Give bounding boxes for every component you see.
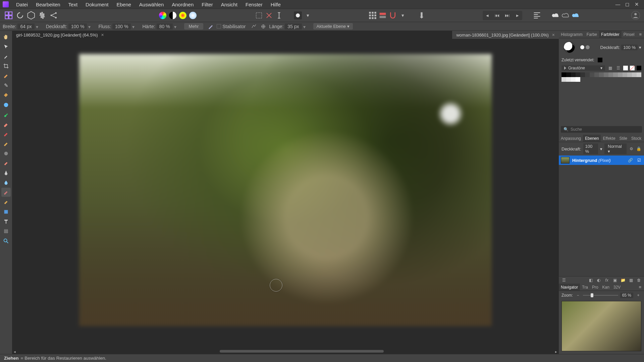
- more-button[interactable]: Mehr: [184, 23, 204, 29]
- dropdown-icon[interactable]: ▾: [36, 24, 41, 29]
- minimize-button[interactable]: —: [613, 1, 623, 8]
- dodge-tool[interactable]: [1, 139, 11, 148]
- pen-extra-tool[interactable]: ✎: [1, 81, 11, 90]
- clone-tool[interactable]: [1, 129, 11, 138]
- erase-tool[interactable]: [1, 120, 11, 129]
- waveform-icon[interactable]: [38, 11, 47, 20]
- dropdown-icon[interactable]: ▾: [132, 24, 137, 29]
- scroll-right-icon[interactable]: ▸: [553, 349, 559, 354]
- cloud-2-icon[interactable]: [562, 11, 570, 19]
- menu-text[interactable]: Text: [64, 0, 82, 9]
- grid-view-icon[interactable]: ▦: [607, 65, 613, 71]
- layer-link-icon[interactable]: 🔗: [627, 157, 633, 163]
- zoom-slider[interactable]: [583, 293, 618, 298]
- lock-icon[interactable]: 🔒: [636, 146, 641, 152]
- swatch-none[interactable]: [630, 66, 635, 70]
- swatch[interactable]: [571, 77, 576, 82]
- dropdown-icon[interactable]: ▾: [639, 45, 641, 50]
- layer-opacity-input[interactable]: 100 %: [583, 143, 598, 154]
- search-input[interactable]: 🔍 Suche: [561, 126, 642, 133]
- swatch[interactable]: [613, 72, 618, 77]
- panel-tab-farbe[interactable]: Farbe: [585, 31, 599, 38]
- foreground-background-swatch[interactable]: [564, 42, 575, 53]
- nav-next-icon[interactable]: ▸: [514, 11, 522, 19]
- layer-visible-checkbox[interactable]: ☑: [636, 157, 642, 163]
- nav-last-icon[interactable]: ⏭: [503, 11, 512, 19]
- app-home-button[interactable]: [4, 11, 13, 20]
- panel-tab-effekte[interactable]: Effekte: [601, 135, 617, 142]
- panel-tab-kan[interactable]: Kan: [600, 284, 611, 291]
- nav-prev-icon[interactable]: ◂: [483, 11, 491, 19]
- opacity-input[interactable]: 100 %: [68, 23, 87, 29]
- flood-fill-tool[interactable]: [1, 90, 11, 100]
- zoom-in-button[interactable]: +: [635, 292, 641, 298]
- horizontal-scrollbar[interactable]: ◂ ▸: [12, 349, 559, 354]
- rope-mode-icon[interactable]: [251, 23, 257, 30]
- folder-icon[interactable]: 📁: [620, 277, 626, 283]
- panel-tab-anpassung[interactable]: Anpassung: [559, 135, 583, 142]
- align-left-icon[interactable]: [533, 11, 541, 19]
- marquee-icon[interactable]: [255, 11, 263, 19]
- menu-filter[interactable]: Filter: [198, 0, 217, 9]
- layer-thumbnail[interactable]: [561, 157, 570, 164]
- layer-stack-icon[interactable]: ☰: [561, 277, 567, 283]
- menu-icon[interactable]: ☰: [615, 65, 621, 71]
- cloud-1-icon[interactable]: [552, 11, 560, 19]
- crop-tool[interactable]: [1, 61, 11, 70]
- dropdown-icon[interactable]: ▾: [303, 24, 308, 29]
- menu-fenster[interactable]: Fenster: [241, 0, 267, 9]
- selection-brush-tool[interactable]: [1, 71, 11, 80]
- share-icon[interactable]: [49, 11, 58, 20]
- length-input[interactable]: 35 px: [285, 23, 302, 29]
- swatch[interactable]: [566, 72, 571, 77]
- swatch[interactable]: [599, 72, 604, 77]
- hardness-input[interactable]: 80 %: [157, 23, 173, 29]
- panel-tab-stile[interactable]: Stile: [618, 135, 629, 142]
- menu-auswählen[interactable]: Auswählen: [135, 0, 168, 9]
- mask-icon[interactable]: ◧: [588, 277, 594, 283]
- target-layer-select[interactable]: Aktuelle Ebene ▾: [313, 23, 353, 29]
- swatch[interactable]: [566, 77, 571, 82]
- swatch[interactable]: [632, 72, 637, 77]
- palette-select[interactable]: Grautöne ▾: [561, 65, 605, 71]
- swatch[interactable]: [561, 72, 566, 77]
- swatch[interactable]: [585, 72, 590, 77]
- menu-anordnen[interactable]: Anordnen: [168, 0, 198, 9]
- dropdown-icon[interactable]: ▾: [88, 24, 93, 29]
- cloud-3-icon[interactable]: [572, 11, 580, 19]
- text-tool[interactable]: [1, 217, 11, 226]
- tone-persona[interactable]: [189, 12, 197, 19]
- stack-red-icon[interactable]: [379, 11, 387, 19]
- mesh-tool[interactable]: [1, 227, 11, 236]
- swatch[interactable]: [561, 77, 566, 82]
- navigator-thumbnail[interactable]: [561, 301, 641, 351]
- menu-ebene[interactable]: Ebene: [112, 0, 135, 9]
- zoom-out-button[interactable]: −: [575, 292, 581, 298]
- close-button[interactable]: ✕: [632, 1, 641, 8]
- zoom-tool[interactable]: [1, 236, 11, 245]
- photo-persona[interactable]: [159, 12, 166, 19]
- dropdown-icon[interactable]: ▾: [174, 24, 179, 29]
- panel-tab-pro[interactable]: Pro: [590, 284, 600, 291]
- retouch-tool[interactable]: [1, 159, 11, 168]
- swatch-black[interactable]: [637, 66, 641, 70]
- eyedropper-icon[interactable]: [580, 45, 584, 49]
- swatch[interactable]: [627, 72, 632, 77]
- close-tab-icon[interactable]: ×: [101, 32, 104, 38]
- swatch[interactable]: [580, 72, 585, 77]
- gear-icon[interactable]: ⚙: [629, 146, 634, 152]
- magnet-icon[interactable]: [389, 11, 397, 19]
- grid-mode-icon[interactable]: [369, 11, 377, 19]
- panel-tab-navigator[interactable]: Navigator: [559, 284, 580, 291]
- cube-icon[interactable]: [26, 11, 36, 20]
- close-tab-icon[interactable]: ×: [552, 32, 555, 38]
- recent-swatch[interactable]: [598, 58, 602, 62]
- menu-datei[interactable]: Datei: [12, 0, 32, 9]
- panel-tab-ebenen[interactable]: Ebenen: [583, 135, 601, 142]
- pen-tool[interactable]: [1, 168, 11, 177]
- panel-tab-pinsel[interactable]: Pinsel: [622, 31, 637, 38]
- swatch[interactable]: [608, 72, 613, 77]
- panel-tab-stock[interactable]: Stock: [629, 135, 643, 142]
- panel-tab-32v[interactable]: 32V: [611, 284, 623, 291]
- menu-dokument[interactable]: Dokument: [82, 0, 112, 9]
